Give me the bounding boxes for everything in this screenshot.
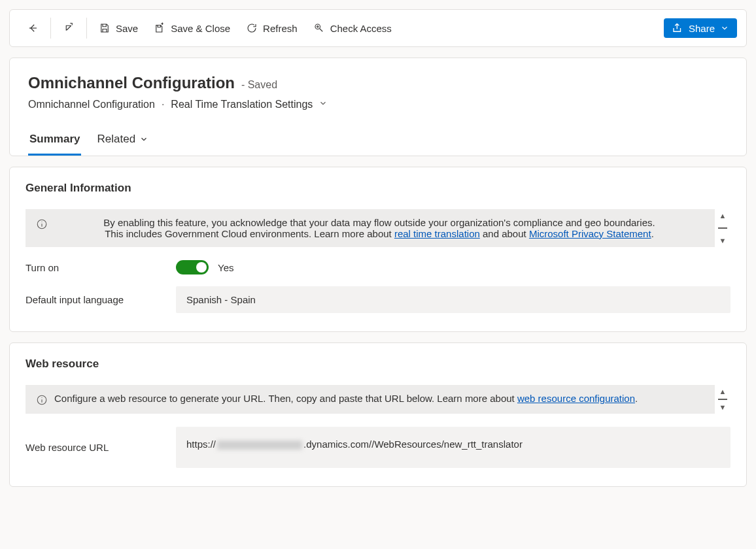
breadcrumb-separator: · [162,99,164,110]
link-real-time-translation[interactable]: real time translation [394,228,480,239]
scroll-down-icon: ▼ [719,237,727,244]
check-access-label: Check Access [330,23,392,34]
page-title: Omnichannel Configuration [28,74,235,92]
check-access-icon [313,22,325,34]
scroll-bar-icon [718,399,727,400]
open-external-icon [63,22,75,34]
section-title-web-resource: Web resource [26,358,730,371]
check-access-button[interactable]: Check Access [305,17,400,39]
info-banner-web: Configure a web resource to generate you… [26,385,715,414]
info-web-b: . [635,393,638,404]
tab-summary-label: Summary [29,133,80,146]
info-line1: By enabling this feature, you acknowledg… [103,217,655,228]
info-icon [36,394,48,406]
refresh-icon [246,22,258,34]
scroll-up-icon: ▲ [719,212,727,220]
info-line2a: This includes Government Cloud environme… [105,228,394,239]
tab-related[interactable]: Related [95,126,150,156]
scroll-up-icon: ▲ [719,388,727,395]
save-close-button[interactable]: Save & Close [146,17,238,39]
scroll-down-icon: ▼ [719,403,727,411]
chevron-down-icon [139,135,148,144]
arrow-left-icon [27,22,39,34]
section-web-resource: Web resource Configure a web resource to… [9,342,747,487]
label-default-language: Default input language [26,294,176,305]
save-label: Save [116,23,138,34]
label-turn-on: Turn on [26,262,176,273]
share-label: Share [689,23,715,34]
row-turn-on: Turn on Yes [26,260,730,274]
row-web-resource-url: Web resource URL https://.dynamics.com//… [26,427,730,468]
input-web-resource-url[interactable]: https://.dynamics.com//WebResources/new_… [176,427,730,468]
record-header: Omnichannel Configuration - Saved Omnich… [9,58,747,156]
url-suffix: .dynamics.com//WebResources/new_rtt_tran… [303,439,523,450]
toggle-turn-on[interactable] [176,260,209,274]
svg-point-1 [317,26,318,27]
save-button[interactable]: Save [91,17,146,39]
svg-point-0 [315,24,320,29]
tab-strip: Summary Related [28,126,728,156]
separator [50,18,51,39]
link-privacy-statement[interactable]: Microsoft Privacy Statement [529,228,651,239]
title-row: Omnichannel Configuration - Saved [28,74,728,92]
url-prefix: https:// [186,439,216,450]
toggle-turn-on-value: Yes [218,262,233,273]
save-close-label: Save & Close [171,23,230,34]
info-banner-wrap-web: Configure a web resource to generate you… [26,385,730,414]
refresh-label: Refresh [263,23,298,34]
info-message: By enabling this feature, you acknowledg… [54,217,704,239]
command-bar: Save Save & Close Refresh Check Access S… [9,9,747,47]
save-status: - Saved [241,79,277,90]
info-banner-general: By enabling this feature, you acknowledg… [26,209,715,247]
tab-related-label: Related [97,133,135,146]
separator [86,18,87,39]
breadcrumb: Omnichannel Configuration · Real Time Tr… [28,99,728,110]
breadcrumb-item-1[interactable]: Omnichannel Configuration [28,99,155,110]
breadcrumb-item-2-label: Real Time Translation Settings [171,99,313,110]
chevron-down-icon [720,24,729,33]
share-button[interactable]: Share [664,18,737,38]
scroll-indicator[interactable]: ▲ ▼ [715,209,730,247]
command-bar-left: Save Save & Close Refresh Check Access [19,17,400,39]
scroll-bar-icon [718,227,727,229]
refresh-button[interactable]: Refresh [238,17,305,39]
toggle-turn-on-wrap: Yes [176,260,233,274]
scroll-indicator[interactable]: ▲ ▼ [715,385,730,414]
tab-summary[interactable]: Summary [28,126,81,156]
back-button[interactable] [19,17,46,39]
section-title-general: General Information [26,182,730,195]
info-icon [36,218,48,230]
info-web-a: Configure a web resource to generate you… [54,393,517,404]
share-icon [672,22,683,34]
info-line2b: and about [480,228,529,239]
chevron-down-icon [318,99,328,108]
info-line2c: . [651,228,654,239]
input-default-language[interactable]: Spanish - Spain [176,286,730,313]
section-general-information: General Information By enabling this fea… [9,167,747,332]
save-icon [99,22,111,34]
label-web-resource-url: Web resource URL [26,442,176,453]
info-message-web: Configure a web resource to generate you… [54,393,704,406]
save-close-icon [154,22,165,34]
row-default-language: Default input language Spanish - Spain [26,286,730,313]
link-web-resource-config[interactable]: web resource configuration [517,393,635,404]
toggle-knob [196,262,207,273]
breadcrumb-item-2[interactable]: Real Time Translation Settings [171,99,327,110]
info-banner-wrap: By enabling this feature, you acknowledg… [26,209,730,247]
open-new-window-button[interactable] [55,17,82,39]
url-redacted [217,441,302,450]
